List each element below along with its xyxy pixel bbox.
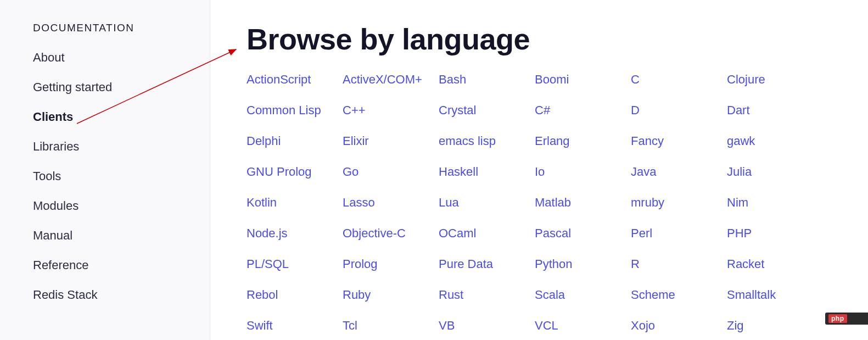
language-link[interactable]: Ruby <box>343 288 439 302</box>
watermark-badge: php <box>825 313 868 325</box>
watermark-text: php <box>828 314 847 323</box>
language-link[interactable]: Fancy <box>631 134 727 148</box>
language-link[interactable]: PHP <box>727 226 823 241</box>
language-link[interactable]: Dart <box>727 103 823 118</box>
language-link[interactable]: VB <box>439 319 535 333</box>
language-link[interactable]: Node.js <box>247 226 343 241</box>
language-link[interactable]: Boomi <box>535 73 631 87</box>
language-link[interactable]: Nim <box>727 196 823 210</box>
language-link[interactable]: Kotlin <box>247 196 343 210</box>
language-link[interactable]: Rust <box>439 288 535 302</box>
language-link[interactable]: R <box>631 257 727 271</box>
language-link[interactable]: Clojure <box>727 73 823 87</box>
language-link[interactable]: Smalltalk <box>727 288 823 302</box>
sidebar: DOCUMENTATION About Getting started Clie… <box>0 0 210 340</box>
language-link[interactable]: Erlang <box>535 134 631 148</box>
language-link[interactable]: Xojo <box>631 319 727 333</box>
language-link[interactable]: Lasso <box>343 196 439 210</box>
sidebar-heading: DOCUMENTATION <box>33 22 210 34</box>
language-link[interactable]: Objective-C <box>343 226 439 241</box>
language-link[interactable]: GNU Prolog <box>247 165 343 179</box>
sidebar-item-manual[interactable]: Manual <box>33 228 210 243</box>
language-link[interactable]: Elixir <box>343 134 439 148</box>
language-link[interactable]: Scheme <box>631 288 727 302</box>
language-link[interactable]: Io <box>535 165 631 179</box>
language-link[interactable]: Zig <box>727 319 823 333</box>
language-link[interactable]: Prolog <box>343 257 439 271</box>
language-link[interactable]: PL/SQL <box>247 257 343 271</box>
main-content: Browse by language ActionScript ActiveX/… <box>210 0 868 340</box>
language-link[interactable]: Perl <box>631 226 727 241</box>
language-link[interactable]: C <box>631 73 727 87</box>
language-link[interactable]: Go <box>343 165 439 179</box>
language-link[interactable]: Pascal <box>535 226 631 241</box>
language-link[interactable]: Tcl <box>343 319 439 333</box>
sidebar-item-libraries[interactable]: Libraries <box>33 140 210 154</box>
language-link[interactable]: Bash <box>439 73 535 87</box>
language-link[interactable]: Haskell <box>439 165 535 179</box>
sidebar-item-redis-stack[interactable]: Redis Stack <box>33 288 210 302</box>
language-link[interactable]: mruby <box>631 196 727 210</box>
language-link[interactable]: ActiveX/COM+ <box>343 73 439 87</box>
language-link[interactable]: Lua <box>439 196 535 210</box>
language-link[interactable]: Python <box>535 257 631 271</box>
sidebar-item-reference[interactable]: Reference <box>33 258 210 272</box>
sidebar-item-clients[interactable]: Clients <box>33 110 210 124</box>
language-link[interactable]: Julia <box>727 165 823 179</box>
language-link[interactable]: OCaml <box>439 226 535 241</box>
language-grid: ActionScript ActiveX/COM+ Bash Boomi C C… <box>247 73 868 333</box>
language-link[interactable]: Swift <box>247 319 343 333</box>
language-link[interactable]: Rebol <box>247 288 343 302</box>
language-link[interactable]: gawk <box>727 134 823 148</box>
language-link[interactable]: Matlab <box>535 196 631 210</box>
sidebar-item-getting-started[interactable]: Getting started <box>33 80 210 94</box>
sidebar-item-about[interactable]: About <box>33 51 210 65</box>
language-link[interactable]: Java <box>631 165 727 179</box>
language-link[interactable]: D <box>631 103 727 118</box>
sidebar-item-tools[interactable]: Tools <box>33 169 210 183</box>
language-link[interactable]: C++ <box>343 103 439 118</box>
language-link[interactable]: Common Lisp <box>247 103 343 118</box>
language-link[interactable]: emacs lisp <box>439 134 535 148</box>
page-title: Browse by language <box>247 22 868 56</box>
language-link[interactable]: Racket <box>727 257 823 271</box>
language-link[interactable]: Delphi <box>247 134 343 148</box>
language-link[interactable]: VCL <box>535 319 631 333</box>
language-link[interactable]: Scala <box>535 288 631 302</box>
language-link[interactable]: Pure Data <box>439 257 535 271</box>
language-link[interactable]: Crystal <box>439 103 535 118</box>
language-link[interactable]: C# <box>535 103 631 118</box>
sidebar-item-modules[interactable]: Modules <box>33 199 210 213</box>
language-link[interactable]: ActionScript <box>247 73 343 87</box>
